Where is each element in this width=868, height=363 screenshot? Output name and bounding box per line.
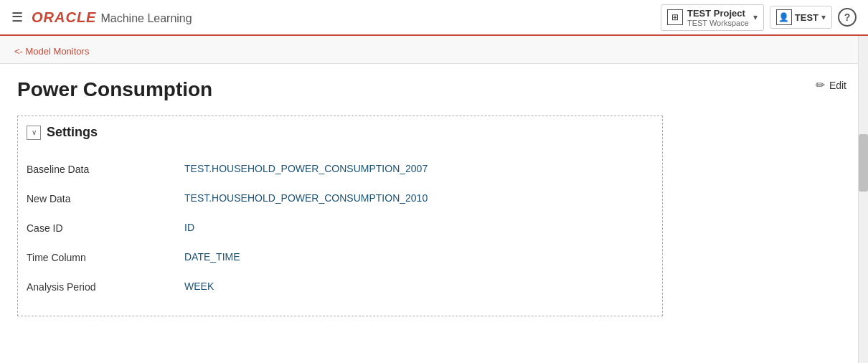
field-value: ID: [184, 222, 194, 233]
workspace-name: TEST Workspace: [687, 19, 749, 27]
header-right: ⊞ TEST Project TEST Workspace ▾ 👤 TEST ▾…: [661, 4, 857, 31]
user-name: TEST: [795, 12, 819, 23]
project-chevron-icon: ▾: [753, 12, 758, 22]
settings-fields: Baseline Data TEST.HOUSEHOLD_POWER_CONSU…: [27, 154, 651, 301]
settings-title: Settings: [47, 125, 98, 140]
field-value: TEST.HOUSEHOLD_POWER_CONSUMPTION_2010: [184, 192, 428, 204]
breadcrumb-bar: <- Model Monitors: [0, 36, 868, 64]
project-selector[interactable]: ⊞ TEST Project TEST Workspace ▾: [661, 4, 764, 31]
scrollbar-thumb[interactable]: [859, 134, 868, 192]
brand-oracle-text: ORACLE: [32, 9, 96, 26]
collapse-icon[interactable]: ∨: [27, 126, 41, 140]
brand: ORACLE Machine Learning: [32, 9, 192, 26]
field-row: Case ID ID: [27, 213, 651, 242]
field-label: Baseline Data: [27, 163, 184, 175]
field-value: WEEK: [184, 280, 214, 292]
field-row: Time Column DATE_TIME: [27, 242, 651, 272]
user-icon: 👤: [776, 9, 792, 25]
user-selector[interactable]: 👤 TEST ▾: [770, 6, 832, 29]
user-chevron-icon: ▾: [821, 12, 826, 22]
header-left: ☰ ORACLE Machine Learning: [11, 9, 661, 26]
project-icon: ⊞: [667, 9, 683, 25]
help-button[interactable]: ?: [838, 8, 857, 27]
field-label: Time Column: [27, 251, 184, 263]
menu-icon[interactable]: ☰: [11, 9, 23, 25]
pencil-icon: ✏: [816, 78, 825, 92]
field-label: Analysis Period: [27, 280, 184, 293]
settings-header: ∨ Settings: [27, 125, 651, 140]
field-value: DATE_TIME: [184, 251, 240, 263]
settings-section: ∨ Settings Baseline Data TEST.HOUSEHOLD_…: [17, 116, 663, 316]
brand-ml-text: Machine Learning: [100, 12, 192, 25]
field-value: TEST.HOUSEHOLD_POWER_CONSUMPTION_2007: [184, 163, 428, 174]
field-label: Case ID: [27, 222, 184, 234]
project-text: TEST Project TEST Workspace: [687, 8, 749, 27]
page-title: Power Consumption: [17, 78, 851, 101]
scrollbar-track[interactable]: [858, 36, 868, 363]
breadcrumb-link[interactable]: <- Model Monitors: [14, 46, 89, 57]
edit-button[interactable]: ✏ Edit: [816, 78, 846, 92]
field-row: Analysis Period WEEK: [27, 272, 651, 301]
project-name: TEST Project: [687, 8, 749, 19]
edit-label: Edit: [829, 80, 846, 91]
header: ☰ ORACLE Machine Learning ⊞ TEST Project…: [0, 0, 868, 36]
field-label: New Data: [27, 192, 184, 204]
field-row: Baseline Data TEST.HOUSEHOLD_POWER_CONSU…: [27, 154, 651, 184]
main-content: Power Consumption ✏ Edit ∨ Settings Base…: [0, 64, 868, 362]
field-row: New Data TEST.HOUSEHOLD_POWER_CONSUMPTIO…: [27, 184, 651, 213]
